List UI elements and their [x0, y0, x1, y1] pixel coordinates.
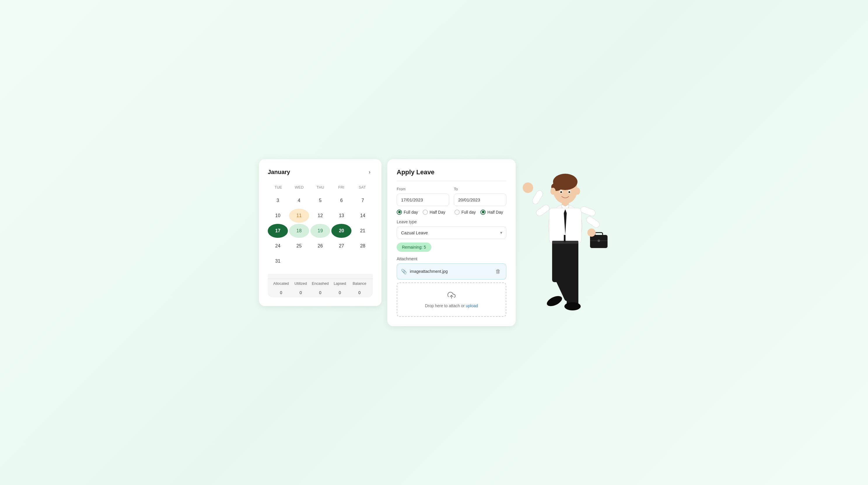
to-fullday-radio[interactable]	[455, 209, 460, 215]
calendar-header: January ›	[268, 168, 373, 176]
svg-rect-18	[585, 215, 601, 229]
calendar-table-header: Allocated Utilized Encashed Lapsed Balan…	[268, 279, 373, 288]
from-fullday-label: Full day	[404, 210, 418, 215]
upload-zone[interactable]: Drop here to attach or upload	[397, 283, 506, 317]
day-cell-empty	[310, 254, 331, 268]
from-date-input[interactable]	[397, 194, 449, 206]
calendar-next-button[interactable]: ›	[366, 168, 373, 176]
leave-type-wrapper: Cazual Leave Sick Leave Annual Leave Mat…	[397, 226, 506, 239]
day-cell-7[interactable]: 7	[352, 194, 373, 207]
calendar-bottom: Allocated Utilized Encashed Lapsed Balan…	[268, 274, 373, 297]
man-figure-area	[522, 159, 609, 311]
from-label: From	[397, 187, 449, 191]
val-lapsed: 0	[330, 290, 350, 295]
attachment-file-row: 📎 imageattachment.jpg 🗑	[397, 263, 506, 280]
from-radio-group: Full day Half Day	[397, 209, 448, 215]
to-date-group: To	[454, 187, 506, 206]
leave-type-label: Leave type	[397, 220, 506, 224]
col-allocated: Allocated	[271, 281, 291, 286]
day-cell-4[interactable]: 4	[289, 194, 309, 207]
svg-point-5	[550, 188, 556, 195]
to-fullday-label: Full day	[461, 210, 476, 215]
day-cell-31[interactable]: 31	[268, 254, 288, 268]
col-utilized: Utilized	[291, 281, 310, 286]
svg-point-22	[598, 239, 600, 242]
day-cell-27[interactable]: 27	[331, 239, 351, 253]
col-lapsed: Lapsed	[330, 281, 350, 286]
weekday-tue: TUE	[268, 183, 289, 191]
calendar-month-title: January	[268, 169, 290, 175]
to-halfday-option[interactable]: Half Day	[480, 209, 503, 215]
apply-leave-title: Apply Leave	[397, 168, 506, 181]
to-label: To	[454, 187, 506, 191]
day-cell-17[interactable]: 17	[268, 224, 288, 238]
apply-leave-card: Apply Leave From To Full day	[388, 159, 516, 326]
day-cell-14[interactable]: 14	[352, 209, 373, 223]
day-cell-11[interactable]: 11	[289, 209, 309, 223]
day-cell-26[interactable]: 26	[310, 239, 331, 253]
to-radio-group: Full day Half Day	[455, 209, 506, 215]
to-halfday-label: Half Day	[487, 210, 503, 215]
attachment-label: Attachment	[397, 257, 506, 261]
calendar-days-grid: 3456710111213141718192021242526272831	[268, 194, 373, 268]
to-date-input[interactable]	[454, 194, 506, 206]
day-cell-20[interactable]: 20	[331, 224, 351, 238]
to-halfday-radio[interactable]	[480, 209, 486, 215]
col-balance: Balance	[350, 281, 369, 286]
attachment-filename: imageattachment.jpg	[410, 269, 448, 274]
from-halfday-label: Half Day	[430, 210, 445, 215]
day-cell-19[interactable]: 19	[310, 224, 331, 238]
calendar-card: January › TUE WED THU FRI SAT 3456710111…	[259, 159, 381, 306]
svg-rect-15	[535, 203, 551, 217]
svg-rect-16	[531, 189, 544, 205]
day-cell-12[interactable]: 12	[310, 209, 331, 223]
weekday-thu: THU	[310, 183, 331, 191]
svg-point-9	[560, 191, 562, 193]
svg-point-27	[564, 302, 581, 311]
radio-row: Full day Half Day Full day Half Day	[397, 209, 506, 215]
day-cell-5[interactable]: 5	[310, 194, 331, 207]
day-cell-empty	[352, 254, 373, 268]
upload-drop-text: Drop here to attach or upload	[403, 303, 500, 308]
svg-point-10	[568, 191, 570, 193]
main-container: January › TUE WED THU FRI SAT 3456710111…	[259, 159, 609, 326]
weekday-fri: FRI	[331, 183, 352, 191]
day-cell-10[interactable]: 10	[268, 209, 288, 223]
col-encashed: Encashed	[310, 281, 330, 286]
delete-attachment-icon[interactable]: 🗑	[494, 267, 502, 276]
from-fullday-radio[interactable]	[397, 209, 402, 215]
day-cell-18[interactable]: 18	[289, 224, 309, 238]
day-cell-empty	[289, 254, 309, 268]
val-balance: 0	[350, 290, 369, 295]
day-cell-24[interactable]: 24	[268, 239, 288, 253]
leave-type-select[interactable]: Cazual Leave Sick Leave Annual Leave Mat…	[397, 226, 506, 239]
val-encashed: 0	[310, 290, 330, 295]
svg-point-26	[546, 294, 564, 308]
day-cell-28[interactable]: 28	[352, 239, 373, 253]
val-utilized: 0	[291, 290, 310, 295]
day-cell-13[interactable]: 13	[331, 209, 351, 223]
upload-link[interactable]: upload	[466, 303, 478, 308]
calendar-table-row: 0 0 0 0 0	[268, 288, 373, 297]
calendar-weekdays: TUE WED THU FRI SAT	[268, 183, 373, 191]
day-cell-3[interactable]: 3	[268, 194, 288, 207]
attachment-file-left: 📎 imageattachment.jpg	[401, 269, 448, 274]
man-illustration	[522, 159, 609, 311]
day-cell-21[interactable]: 21	[352, 224, 373, 238]
upload-icon	[403, 291, 500, 301]
weekday-wed: WED	[289, 183, 310, 191]
svg-point-6	[575, 188, 580, 195]
from-halfday-option[interactable]: Half Day	[423, 209, 445, 215]
day-cell-25[interactable]: 25	[289, 239, 309, 253]
man-svg	[522, 159, 609, 311]
paperclip-icon: 📎	[401, 269, 407, 274]
svg-point-31	[587, 228, 596, 237]
from-halfday-radio[interactable]	[423, 209, 428, 215]
from-fullday-option[interactable]: Full day	[397, 209, 418, 215]
val-allocated: 0	[271, 290, 291, 295]
svg-rect-17	[580, 205, 596, 217]
date-row: From To	[397, 187, 506, 206]
svg-point-30	[523, 183, 533, 193]
to-fullday-option[interactable]: Full day	[455, 209, 476, 215]
day-cell-6[interactable]: 6	[331, 194, 351, 207]
